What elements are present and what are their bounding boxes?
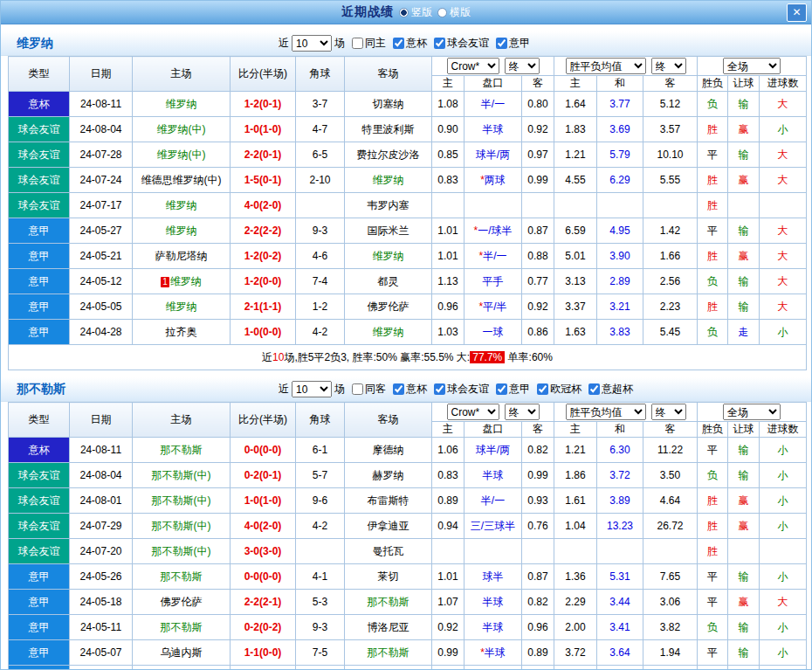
filter-checkbox[interactable] (393, 383, 404, 395)
away-team-cell: 维罗纳 (345, 320, 432, 345)
avg-type-select[interactable]: 胜平负均值 (566, 58, 646, 74)
home-team-name: 那不勒斯 (161, 570, 203, 583)
filter-option[interactable]: 意杯 (393, 36, 427, 51)
filter-checkbox[interactable] (496, 383, 507, 395)
filter-option[interactable]: 球会友谊 (434, 36, 489, 51)
handicap-result-cell: 输 (728, 640, 760, 666)
avg-away-cell: 3.06 (643, 590, 698, 615)
away-team-cell: 博洛尼亚 (345, 615, 432, 640)
filter-option[interactable]: 同主 (352, 36, 386, 51)
team-name: 维罗纳 (17, 36, 279, 52)
home-team-cell: 维德思维罗纳(中) (133, 168, 231, 193)
home-team-cell: 乌迪内斯 (133, 640, 231, 666)
filter-checkbox[interactable] (537, 383, 548, 395)
filter-option[interactable]: 意甲 (496, 36, 530, 51)
odds-final-select[interactable]: 终 (505, 58, 540, 74)
odds-final-select[interactable]: 终 (505, 404, 540, 420)
handicap-result-cell: 赢 (728, 488, 760, 514)
avg-away-cell: 3.82 (643, 666, 698, 670)
odds-company-select[interactable]: Crow* (447, 58, 499, 74)
team-section: 那不勒斯近10场同客意杯球会友谊意甲欧冠杯意超杯类型日期主场比分(半场)角球客场… (1, 377, 811, 670)
home-team-cell: 那不勒斯(中) (133, 539, 231, 564)
type-cell: 球会友谊 (9, 488, 70, 514)
avg-type-select[interactable]: 胜平负均值 (566, 404, 646, 420)
filter-checkbox[interactable] (434, 383, 445, 395)
avg-draw-cell: 3.83 (597, 320, 643, 345)
type-cell: 意杯 (9, 92, 70, 117)
filter-checkbox[interactable] (496, 38, 507, 49)
filter-option[interactable]: 欧冠杯 (537, 382, 581, 397)
filter-option[interactable]: 意甲 (496, 382, 530, 397)
handicap-result-cell: 走 (728, 320, 760, 345)
scope-select[interactable]: 全场 (723, 58, 781, 74)
avg-draw-cell: 3.57 (597, 666, 643, 670)
team-name: 那不勒斯 (17, 382, 279, 397)
avg-draw-cell: 13.23 (597, 514, 643, 539)
scope-select[interactable]: 全场 (723, 404, 781, 420)
filter-option[interactable]: 同客 (352, 382, 386, 397)
score-cell: 1-2(0-0) (231, 269, 296, 294)
close-icon: ✕ (792, 6, 801, 18)
handicap-result-cell: 赢 (728, 590, 760, 615)
match-row: 意甲24-05-26那不勒斯0-0(0-0)4-1莱切1.01球半0.871.3… (9, 564, 807, 590)
handicap-cell: 三/三球半 (464, 514, 522, 539)
filter-checkbox[interactable] (393, 38, 404, 49)
odds-away-cell: 0.82 (522, 438, 554, 463)
filter-option[interactable]: 球会友谊 (434, 382, 489, 397)
odds-home-cell: 0.85 (432, 142, 464, 168)
avg-home-cell: 2.29 (554, 590, 597, 615)
away-team-cell: 伊拿迪亚 (345, 514, 432, 539)
handicap-cell: 半/一 (464, 488, 522, 514)
filter-label: 球会友谊 (447, 382, 489, 397)
corner-cell: 5-7 (296, 463, 345, 488)
avg-final-select[interactable]: 终 (651, 58, 686, 74)
odds-home-cell (432, 193, 464, 218)
match-row: 球会友谊24-07-20那不勒斯(中)3-0(3-0)曼托瓦胜 (9, 539, 807, 564)
handicap-cell: 球半/两 (464, 438, 522, 463)
filter-option[interactable]: 意超杯 (588, 382, 633, 397)
layout-radio-vertical[interactable] (399, 8, 409, 17)
handicap-cell (464, 539, 522, 564)
avg-home-cell: 1.94 (554, 666, 597, 670)
recent-results-window: 近期战绩 竖版横版 ✕ 维罗纳近10场同主意杯球会友谊意甲类型日期主场比分(半场… (0, 0, 812, 670)
score-cell: 4-0(2-0) (231, 514, 296, 539)
type-cell: 意杯 (9, 438, 70, 463)
odds-company-select[interactable]: Crow* (447, 404, 499, 420)
type-cell: 意甲 (9, 640, 70, 666)
filter-option[interactable]: 意杯 (393, 382, 427, 397)
odds-header-cell: Crow*终 (432, 57, 554, 76)
sub-column-header: 盘口 (464, 76, 522, 92)
close-button[interactable]: ✕ (787, 3, 807, 22)
summary-row: 近10场,胜5平2负3, 胜率:50% 赢率:55.5% 大:77.7% 单率:… (9, 345, 807, 370)
recent-count-select[interactable]: 10 (292, 35, 332, 52)
home-team-name: 乌迪内斯 (161, 646, 203, 659)
home-team-cell: 维罗纳 (133, 218, 231, 244)
filter-checkbox[interactable] (352, 38, 363, 49)
handicap-cell: *平/半 (464, 294, 522, 320)
odds-header-cell: Crow*终 (432, 403, 554, 422)
result-cell: 胜 (698, 244, 728, 269)
handicap-cell: 半/一 (464, 92, 522, 117)
sub-column-header: 进球数 (760, 76, 807, 92)
result-cell: 胜 (698, 193, 728, 218)
home-team-name: 那不勒斯(中) (152, 545, 211, 557)
away-team-cell: 摩德纳 (345, 438, 432, 463)
home-team-name: 维罗纳(中) (157, 123, 206, 135)
filter-checkbox[interactable] (434, 38, 445, 49)
odds-home-cell: 0.99 (432, 640, 464, 666)
home-team-name: 维罗纳 (166, 300, 197, 313)
column-header: 主场 (133, 57, 231, 92)
match-row: 意杯24-08-11维罗纳1-2(0-1)3-7切塞纳1.08半/一0.801.… (9, 92, 807, 117)
avg-final-select[interactable]: 终 (651, 404, 686, 420)
filter-checkbox[interactable] (352, 383, 363, 395)
avg-away-cell: 3.50 (643, 463, 698, 488)
avg-home-cell: 1.63 (554, 320, 597, 345)
recent-count-select[interactable]: 10 (292, 381, 332, 397)
corner-cell: 7-4 (296, 269, 345, 294)
handicap-text: 半/一 (481, 98, 505, 110)
goals-cell: 大 (760, 294, 807, 320)
layout-radio-horizontal[interactable] (437, 8, 447, 17)
home-team-name: 那不勒斯(中) (152, 469, 211, 481)
filter-checkbox[interactable] (588, 383, 600, 395)
corner-cell: 1-2 (296, 294, 345, 320)
